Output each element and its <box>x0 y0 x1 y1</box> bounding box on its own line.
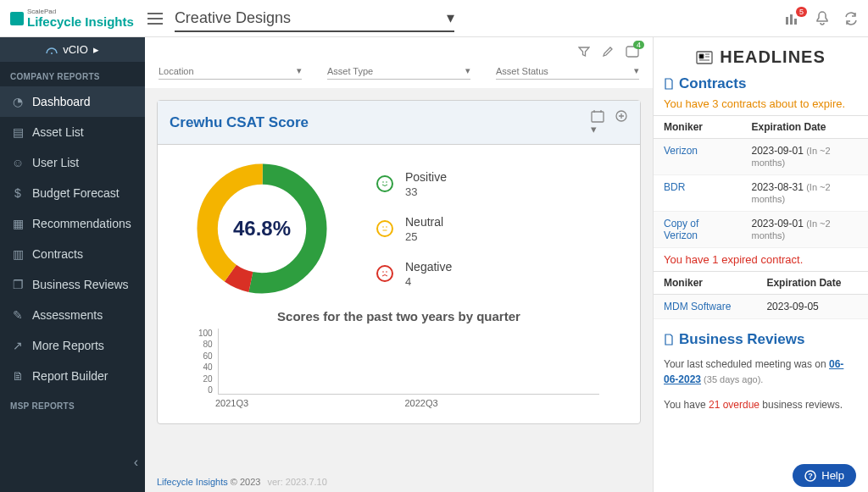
brand-main: Lifecycle Insights <box>27 15 134 28</box>
contracts-table: MonikerExpiration Date Verizon2023-09-01… <box>654 115 868 248</box>
svg-rect-0 <box>786 17 788 25</box>
recs-icon: ▦ <box>12 217 24 230</box>
date-range-icon[interactable]: ▾ <box>591 109 604 135</box>
card-title: Crewhu CSAT Score <box>170 114 309 131</box>
doc-icon <box>664 78 674 90</box>
alerts-icon[interactable]: 5 <box>785 12 800 25</box>
contract-link[interactable]: Verizon <box>664 145 698 157</box>
chevron-down-icon: ▾ <box>447 8 454 27</box>
subchart-title: Scores for the past two years by quarter <box>173 309 625 323</box>
csat-percent: 46.8% <box>190 157 334 301</box>
sidebar-item-budget[interactable]: $Budget Forecast <box>0 178 145 208</box>
contract-link[interactable]: BDR <box>664 181 685 193</box>
sidebar-item-contracts[interactable]: ▥Contracts <box>0 239 145 269</box>
svg-point-13 <box>382 226 384 228</box>
sidebar-item-report-builder[interactable]: 🗎Report Builder <box>0 361 145 391</box>
csat-legend: Positive33 Neutral25 Negative4 <box>376 170 452 288</box>
table-row: MDM Software2023-09-05 <box>654 295 868 319</box>
table-row: BDR2023-08-31 (In ~2 months) <box>654 175 868 212</box>
sidebar-section-company: COMPANY REPORTS <box>0 62 145 86</box>
svg-point-15 <box>382 271 384 273</box>
chevron-down-icon: ▾ <box>465 65 470 76</box>
frown-icon <box>376 265 393 282</box>
svg-point-11 <box>382 181 384 183</box>
refresh-icon[interactable] <box>844 12 858 25</box>
sidebar-role-selector[interactable]: vCIO ▸ <box>0 37 145 62</box>
chevron-down-icon: ▾ <box>297 65 302 76</box>
filter-asset-status[interactable]: Asset Status▾ <box>496 63 639 80</box>
footer: Lifecycle Insights © 2023ver: 2023.7.10 <box>145 472 653 492</box>
gauge-icon: ◔ <box>12 95 24 108</box>
expired-contracts-table: MonikerExpiration Date MDM Software2023-… <box>654 271 868 319</box>
external-icon: ↗ <box>12 339 24 352</box>
contracts-expiring-text: You have 3 contracts about to expire. <box>654 96 868 115</box>
filter-icon[interactable] <box>578 46 590 58</box>
chevron-down-icon: ▾ <box>634 65 639 76</box>
copy-icon: ❐ <box>12 278 24 291</box>
contract-link[interactable]: MDM Software <box>664 301 731 312</box>
grid-icon: ▥ <box>12 247 24 261</box>
doc-icon <box>664 334 674 346</box>
newspaper-icon <box>696 51 713 64</box>
hl-br-title[interactable]: Business Reviews <box>654 331 868 351</box>
list-icon: ▤ <box>12 125 24 139</box>
svg-point-12 <box>386 181 387 183</box>
svg-point-14 <box>386 226 387 228</box>
headlines-title: HEADLINES <box>654 37 868 75</box>
contracts-expired-text: You have 1 expired contract. <box>654 248 868 271</box>
company-selector[interactable]: Creative Designs ▾ <box>175 5 454 32</box>
csat-donut: 46.8% <box>190 157 334 301</box>
svg-text:?: ? <box>809 472 814 480</box>
hl-contracts-title[interactable]: Contracts <box>654 75 868 96</box>
svg-rect-5 <box>592 112 604 122</box>
logo-mark-icon <box>10 12 24 25</box>
help-icon: ? <box>804 470 816 482</box>
users-icon: ☺ <box>12 156 24 169</box>
csat-card: Crewhu CSAT Score ▾ <box>157 100 641 424</box>
sidebar-item-user-list[interactable]: ☺User List <box>0 147 145 178</box>
subchart: 100 80 60 40 20 0 <box>173 323 625 395</box>
edit-filters-icon[interactable] <box>602 46 614 58</box>
alerts-count: 5 <box>796 7 807 17</box>
smile-icon <box>376 175 393 192</box>
dashboard-icon <box>46 46 58 54</box>
brand-logo: ScalePad Lifecycle Insights <box>10 8 134 28</box>
sidebar-footer <box>0 469 145 492</box>
sidebar-item-business-reviews[interactable]: ❐Business Reviews <box>0 269 145 300</box>
filter-asset-type[interactable]: Asset Type▾ <box>327 63 470 80</box>
sidebar-item-recommendations[interactable]: ▦Recommendations <box>0 208 145 239</box>
svg-rect-1 <box>790 14 793 25</box>
sidebar-item-assessments[interactable]: ✎Assessments <box>0 300 145 330</box>
help-button[interactable]: ? Help <box>793 464 856 487</box>
sidebar-item-dashboard[interactable]: ◔Dashboard <box>0 86 145 117</box>
sidebar-item-more-reports[interactable]: ↗More Reports <box>0 330 145 361</box>
footer-link[interactable]: Lifecycle Insights <box>157 477 228 487</box>
bell-icon[interactable] <box>815 11 829 26</box>
neutral-face-icon <box>376 220 393 237</box>
table-row: Copy of Verizon2023-09-01 (In ~2 months) <box>654 212 868 248</box>
sidebar: vCIO ▸ COMPANY REPORTS ◔Dashboard ▤Asset… <box>0 37 145 492</box>
edit-icon: ✎ <box>12 308 24 322</box>
menu-toggle-icon[interactable] <box>147 13 163 25</box>
card-settings-icon[interactable] <box>615 109 628 135</box>
company-selected: Creative Designs <box>175 9 291 27</box>
filter-location[interactable]: Location▾ <box>159 63 302 80</box>
svg-point-3 <box>51 53 53 54</box>
headlines-panel: HEADLINES Contracts You have 3 contracts… <box>653 37 868 492</box>
overdue-text: You have 21 overdue business reviews. <box>654 392 868 417</box>
table-row: Verizon2023-09-01 (In ~2 months) <box>654 139 868 175</box>
contract-link[interactable]: Copy of Verizon <box>664 218 698 241</box>
sidebar-section-msp: MSP REPORTS <box>0 391 145 416</box>
dollar-icon: $ <box>12 186 24 200</box>
widgets-icon[interactable]: 4 <box>626 46 639 58</box>
chevron-right-icon: ▸ <box>93 43 99 56</box>
sidebar-item-asset-list[interactable]: ▤Asset List <box>0 117 145 147</box>
svg-rect-2 <box>794 19 797 25</box>
last-meeting-text: Your last scheduled meeting was on 06-06… <box>654 351 868 392</box>
doc-icon: 🗎 <box>12 369 24 383</box>
svg-point-16 <box>386 271 387 273</box>
sidebar-collapse-icon[interactable]: ‹ <box>134 455 138 470</box>
